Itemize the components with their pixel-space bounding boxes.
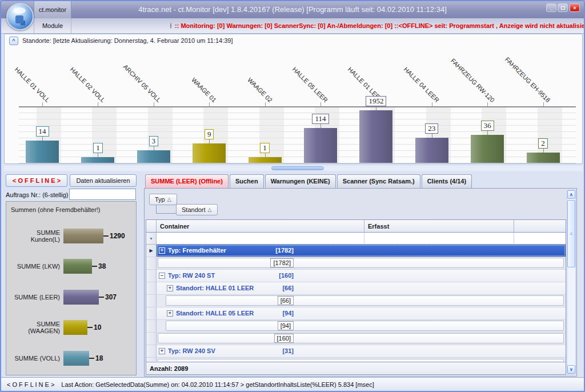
expand-icon[interactable]: +	[167, 285, 173, 291]
summen-row-summe-lkw: SUMME (LKW)38	[7, 251, 135, 282]
row-indicator[interactable]: ▶	[146, 245, 157, 257]
table-row[interactable]: [94]	[146, 320, 566, 333]
splitter-grip[interactable]	[271, 166, 324, 170]
expand-icon[interactable]: +	[167, 310, 173, 317]
summen-bar-summe-waagen[interactable]	[63, 320, 87, 335]
filter-cell[interactable]	[514, 233, 566, 245]
value-label-wrap: 9	[175, 129, 243, 139]
group-row-label: Typ: RW 240 ST	[168, 270, 215, 282]
summen-label: SUMME (LKW)	[7, 263, 63, 270]
tab-clients-4-14[interactable]: Clients (4/14)	[422, 174, 472, 188]
scroll-up-icon[interactable]: ∧	[567, 190, 575, 199]
sort-asc-icon: △	[167, 197, 171, 202]
group-button-typ[interactable]: Typ△	[149, 194, 177, 205]
summen-bar-summe-kunden-l[interactable]	[63, 229, 103, 243]
row-indicator[interactable]	[146, 345, 157, 357]
bar-fahrzeug-eh-9518[interactable]	[527, 153, 560, 163]
minimize-button[interactable]: _	[546, 3, 556, 12]
table-row[interactable]: +Standort: HALLE 05 LEER[94]	[146, 307, 566, 320]
row-content: −Typ: RW 240 ST[160]	[157, 270, 566, 282]
grid-header-indicator	[146, 220, 157, 233]
expand-icon[interactable]: +	[159, 348, 165, 354]
table-row[interactable]: [160]	[146, 333, 566, 345]
grid-header-row: ContainerErfasst	[146, 220, 566, 233]
axis-tick	[98, 102, 98, 106]
table-row[interactable]: [66]	[146, 295, 566, 307]
table-row[interactable]: +Typ: RW 240 SV[31]	[146, 345, 566, 358]
value-label-wrap: 1	[231, 142, 299, 153]
summen-bar-summe-voll[interactable]	[63, 351, 89, 366]
app-tab-ct-monitor[interactable]: ct.monitor	[34, 1, 71, 18]
bar-archiv-05-voll[interactable]	[137, 150, 170, 163]
expand-icon[interactable]: +	[159, 247, 165, 254]
close-button[interactable]: ×	[570, 3, 580, 12]
category-label-halle-02-voll: HALLE 02 VOLL	[69, 66, 107, 104]
group-button-standort[interactable]: Standort△	[176, 204, 218, 215]
column-header-empty[interactable]	[514, 220, 566, 233]
tab-summe-leer-offline[interactable]: SUMME (LEER) (Offline)	[145, 174, 229, 188]
value-connector	[320, 123, 321, 128]
filter-cell[interactable]	[364, 233, 514, 245]
value-label: 14	[36, 126, 49, 137]
value-label: 9	[205, 129, 214, 139]
value-label-wrap: 14	[8, 126, 77, 137]
bar-halle-02-voll[interactable]	[81, 157, 114, 163]
bar-waage-02[interactable]	[249, 157, 282, 163]
table-row[interactable]: [1782]	[146, 257, 566, 270]
bar-halle-04-leer[interactable]	[415, 138, 448, 163]
tab-scanner-sync-ratsam[interactable]: Scanner (Sync Ratsam.)	[337, 174, 420, 188]
column-header-erfasst[interactable]: Erfasst	[364, 220, 514, 233]
row-indicator[interactable]	[146, 257, 157, 269]
row-indicator[interactable]	[146, 320, 157, 332]
summen-bar-summe-leer[interactable]	[63, 290, 99, 305]
group-row-count: [1782]	[275, 245, 294, 257]
summen-value: 18	[95, 354, 103, 362]
value-label: 1	[93, 143, 103, 153]
app-logo[interactable]	[6, 3, 34, 30]
summen-tick	[103, 235, 109, 237]
summen-bar-summe-lkw[interactable]	[63, 259, 92, 274]
table-row[interactable]: −Typ: RW 240 ST[160]	[146, 270, 566, 282]
menu-item-module[interactable]: Module	[34, 18, 71, 33]
bar-waage-01[interactable]	[193, 143, 226, 163]
row-indicator[interactable]	[146, 307, 157, 319]
value-connector	[98, 153, 98, 157]
bar-halle-05-leer[interactable]	[304, 128, 337, 163]
offline-toggle-button[interactable]: < O F F L I N E >	[6, 174, 67, 187]
refresh-data-button[interactable]: Daten aktualisieren	[70, 174, 137, 187]
row-indicator[interactable]	[146, 282, 157, 294]
summary-inset-box	[158, 333, 564, 343]
restore-button[interactable]	[558, 3, 568, 12]
bar-halle-01-voll[interactable]	[26, 141, 59, 163]
filter-funnel-icon[interactable]: ▼	[149, 237, 153, 241]
table-row-partial	[146, 358, 566, 361]
order-number-input[interactable]	[69, 189, 136, 200]
value-label: 3	[149, 136, 159, 146]
bar-fahrzeug-rw-120[interactable]	[471, 135, 504, 163]
column-header-container[interactable]: Container	[157, 220, 364, 233]
expand-icon[interactable]: −	[159, 273, 165, 279]
row-indicator[interactable]	[146, 270, 157, 282]
horizontal-splitter[interactable]	[4, 166, 583, 171]
tab-suchen[interactable]: Suchen	[230, 174, 264, 188]
category-label-halle-05-leer: HALLE 05 LEER	[291, 66, 329, 104]
row-content: [94]	[157, 320, 566, 332]
grid-scrollbar[interactable]: ∧ ≡ ∨	[567, 190, 576, 374]
row-indicator[interactable]	[146, 295, 157, 307]
group-row-label: Typ: RW 240 SV	[168, 345, 215, 358]
grid-rows: ▶+Typ: Fremdbehälter[1782][1782]−Typ: RW…	[146, 245, 566, 361]
status-bar: < O F F L I N E > Last Action: GetSelect…	[1, 377, 584, 391]
bar-halle-01-leer[interactable]	[359, 110, 392, 163]
row-content: +Typ: RW 240 SV[31]	[157, 345, 566, 357]
table-row[interactable]: +Standort: HALLE 01 LEER[66]	[146, 282, 566, 295]
value-label-wrap: 114	[286, 113, 355, 124]
scroll-down-icon[interactable]: ∨	[567, 365, 575, 374]
axis-tick	[543, 102, 544, 106]
scrollbar-thumb[interactable]: ≡	[567, 200, 575, 267]
group-row-label: Standort: HALLE 01 LEER	[176, 282, 254, 295]
row-indicator[interactable]	[146, 333, 157, 345]
tab-warnungen-keine[interactable]: Warnungen (KEINE)	[265, 174, 336, 188]
filter-cell[interactable]	[157, 233, 364, 245]
table-row[interactable]: ▶+Typ: Fremdbehälter[1782]	[146, 245, 566, 257]
row-content: [1782]	[157, 257, 566, 269]
